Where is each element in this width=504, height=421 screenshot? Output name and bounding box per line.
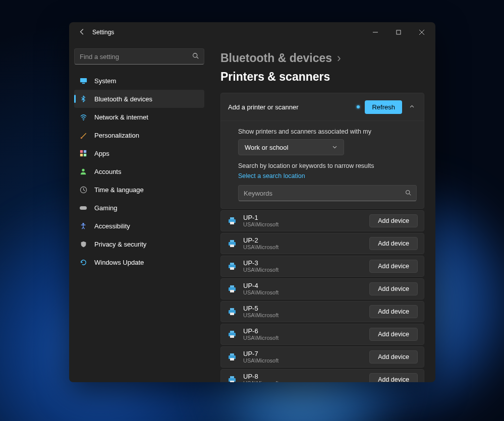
svg-rect-30 bbox=[230, 285, 234, 287]
keywords-box[interactable] bbox=[238, 185, 417, 201]
printer-icon bbox=[227, 375, 237, 382]
svg-point-14 bbox=[82, 169, 84, 171]
device-name: UP-7 bbox=[243, 350, 363, 358]
add-device-button[interactable]: Add device bbox=[369, 282, 418, 295]
printer-icon bbox=[227, 284, 237, 294]
loading-spinner-icon bbox=[357, 105, 360, 108]
search-box[interactable] bbox=[74, 48, 204, 65]
device-location: USA\Microsoft bbox=[243, 357, 363, 364]
svg-rect-6 bbox=[80, 78, 86, 82]
search-input[interactable] bbox=[80, 53, 192, 61]
svg-rect-37 bbox=[230, 335, 234, 338]
sidebar-item-system[interactable]: System bbox=[74, 72, 204, 90]
sidebar-item-label: Personalization bbox=[94, 132, 139, 139]
device-info: UP-7 USA\Microsoft bbox=[243, 350, 363, 365]
refresh-button[interactable]: Refresh bbox=[365, 100, 402, 114]
svg-rect-28 bbox=[230, 267, 234, 270]
breadcrumb: Bluetooth & devices › Printers & scanner… bbox=[220, 51, 424, 84]
sidebar-item-label: Accessibility bbox=[94, 222, 130, 230]
add-device-button[interactable]: Add device bbox=[369, 373, 418, 382]
device-name: UP-2 bbox=[243, 236, 363, 245]
device-name: UP-8 bbox=[243, 373, 363, 381]
svg-rect-10 bbox=[80, 150, 83, 153]
svg-rect-25 bbox=[230, 245, 234, 247]
nav-list: System Bluetooth & devices Network & int… bbox=[74, 72, 204, 271]
add-device-button[interactable]: Add device bbox=[369, 260, 418, 273]
svg-rect-12 bbox=[80, 154, 83, 156]
svg-rect-31 bbox=[230, 290, 234, 292]
svg-point-18 bbox=[406, 191, 410, 195]
sidebar-item-personalization[interactable]: Personalization bbox=[74, 126, 204, 144]
sidebar-item-network-internet[interactable]: Network & internet bbox=[74, 108, 204, 126]
add-device-button[interactable]: Add device bbox=[369, 350, 418, 364]
svg-rect-34 bbox=[230, 313, 234, 315]
svg-rect-40 bbox=[230, 358, 234, 360]
update-icon bbox=[79, 258, 87, 266]
scope-select[interactable]: Work or school bbox=[238, 139, 344, 155]
add-device-button[interactable]: Add device bbox=[369, 328, 418, 341]
device-row: UP-6 USA\Microsoft Add device bbox=[220, 324, 424, 345]
minimize-button[interactable] bbox=[364, 22, 387, 42]
sidebar-item-time-language[interactable]: Time & language bbox=[74, 181, 204, 199]
device-location: USA\Microsoft bbox=[243, 221, 363, 228]
device-name: UP-3 bbox=[243, 259, 363, 267]
add-device-button[interactable]: Add device bbox=[369, 214, 418, 227]
gamepad-icon bbox=[79, 204, 87, 212]
main-panel: Bluetooth & devices › Printers & scanner… bbox=[209, 42, 435, 382]
printer-icon bbox=[227, 307, 237, 317]
breadcrumb-current: Printers & scanners bbox=[220, 70, 330, 84]
device-info: UP-4 USA\Microsoft bbox=[243, 282, 363, 296]
sidebar-item-privacy-security[interactable]: Privacy & security bbox=[74, 235, 204, 253]
printer-icon bbox=[227, 352, 237, 362]
svg-rect-21 bbox=[230, 217, 234, 219]
settings-window: Settings System Bluetooth & devices N bbox=[69, 22, 435, 382]
chevron-down-icon bbox=[332, 144, 338, 151]
select-location-link[interactable]: Select a search location bbox=[238, 172, 305, 179]
svg-point-8 bbox=[83, 119, 84, 121]
close-button[interactable] bbox=[410, 22, 433, 42]
device-info: UP-5 USA\Microsoft bbox=[243, 305, 363, 319]
device-location: USA\Microsoft bbox=[243, 267, 363, 273]
device-name: UP-6 bbox=[243, 327, 363, 335]
sidebar-item-gaming[interactable]: Gaming bbox=[74, 199, 204, 217]
device-info: UP-6 USA\Microsoft bbox=[243, 327, 363, 342]
breadcrumb-parent[interactable]: Bluetooth & devices bbox=[220, 51, 332, 65]
titlebar: Settings bbox=[69, 22, 435, 42]
svg-rect-1 bbox=[397, 30, 401, 34]
svg-rect-39 bbox=[230, 353, 234, 355]
svg-line-19 bbox=[409, 194, 411, 195]
sidebar-item-accounts[interactable]: Accounts bbox=[74, 162, 204, 181]
device-info: UP-3 USA\Microsoft bbox=[243, 259, 363, 274]
svg-line-5 bbox=[197, 57, 198, 58]
keywords-input[interactable] bbox=[244, 190, 405, 197]
clock-icon bbox=[79, 186, 87, 194]
sidebar-item-apps[interactable]: Apps bbox=[74, 144, 204, 162]
device-location: USA\Microsoft bbox=[243, 380, 363, 382]
search-icon bbox=[405, 189, 411, 198]
device-row: UP-4 USA\Microsoft Add device bbox=[220, 278, 424, 299]
device-location: USA\Microsoft bbox=[243, 335, 363, 341]
add-device-button[interactable]: Add device bbox=[369, 237, 418, 250]
printer-icon bbox=[227, 238, 237, 249]
svg-point-17 bbox=[82, 223, 84, 225]
svg-rect-42 bbox=[230, 376, 234, 378]
accessibility-icon bbox=[79, 222, 87, 230]
sidebar-item-bluetooth-devices[interactable]: Bluetooth & devices bbox=[74, 90, 204, 108]
svg-rect-13 bbox=[84, 154, 86, 156]
sidebar-item-windows-update[interactable]: Windows Update bbox=[74, 253, 204, 271]
search-by-label: Search by location or keywords to narrow… bbox=[238, 162, 417, 169]
maximize-button[interactable] bbox=[387, 22, 410, 42]
sidebar-item-label: Network & internet bbox=[94, 113, 148, 121]
svg-rect-7 bbox=[82, 83, 85, 84]
window-title: Settings bbox=[92, 29, 364, 36]
collapse-toggle[interactable] bbox=[407, 104, 417, 110]
svg-rect-33 bbox=[230, 308, 234, 310]
wifi-icon bbox=[79, 113, 87, 121]
device-name: UP-5 bbox=[243, 305, 363, 313]
back-button[interactable] bbox=[75, 28, 89, 37]
sidebar-item-accessibility[interactable]: Accessibility bbox=[74, 217, 204, 235]
add-device-button[interactable]: Add device bbox=[369, 305, 418, 318]
printer-icon bbox=[227, 329, 237, 339]
device-row: UP-3 USA\Microsoft Add device bbox=[220, 256, 424, 277]
svg-rect-36 bbox=[230, 331, 234, 333]
